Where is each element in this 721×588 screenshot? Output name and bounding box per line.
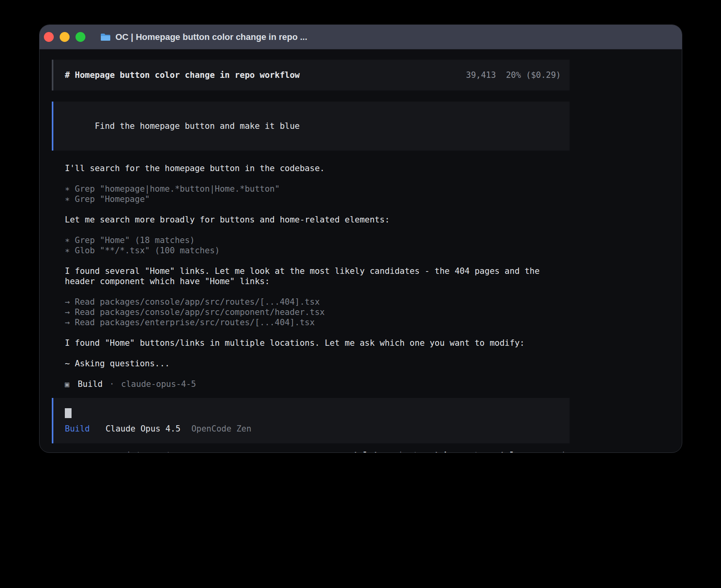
close-button[interactable] bbox=[44, 32, 54, 42]
variants-hint-label: variants bbox=[383, 450, 423, 453]
user-message: Find the homepage button and make it blu… bbox=[52, 102, 570, 151]
status-line: ~ Asking questions... bbox=[65, 358, 570, 369]
statusbar: ········ esc interrupt ctrl+t variants t… bbox=[52, 450, 570, 453]
assistant-text: I found "Home" buttons/links in multiple… bbox=[65, 338, 570, 348]
session-header: # Homepage button color change in repo w… bbox=[52, 60, 570, 90]
text-cursor bbox=[65, 408, 72, 418]
session-title: # Homepage button color change in repo w… bbox=[65, 70, 300, 80]
tool-call-grep: ∗ Grep "Home" (18 matches) bbox=[65, 235, 570, 245]
assistant-transcript: I'll search for the homepage button in t… bbox=[65, 163, 570, 389]
user-message-text: Find the homepage button and make it blu… bbox=[95, 121, 300, 131]
spinner-dots: ········ bbox=[59, 450, 91, 453]
agent-badge: ▣ Build · claude-opus-4-5 bbox=[65, 379, 570, 389]
model-provider-label: OpenCode Zen bbox=[191, 424, 251, 433]
hint-variants: ctrl+t variants bbox=[348, 450, 423, 453]
assistant-text: I found several "Home" links. Let me loo… bbox=[65, 266, 570, 286]
ctrl-t-key-hint: ctrl+t bbox=[348, 450, 378, 453]
assistant-text: Let me search more broadly for buttons a… bbox=[65, 215, 570, 225]
terminal-window: OC | Homepage button color change in rep… bbox=[39, 24, 682, 453]
tool-call-read: → Read packages/console/app/src/routes/[… bbox=[65, 297, 570, 307]
ctrl-p-key-hint: ctrl+p bbox=[495, 450, 525, 453]
agent-mode-label[interactable]: Build bbox=[65, 424, 90, 433]
titlebar[interactable]: OC | Homepage button color change in rep… bbox=[40, 25, 682, 49]
tool-call-grep: ∗ Grep "homepage|home.*button|Home.*butt… bbox=[65, 184, 570, 194]
folder-icon bbox=[100, 33, 111, 41]
assistant-text: I'll search for the homepage button in t… bbox=[65, 163, 570, 173]
tool-call-read: → Read packages/console/app/src/componen… bbox=[65, 307, 570, 317]
zoom-button[interactable] bbox=[75, 32, 85, 42]
esc-key-hint: esc bbox=[106, 450, 121, 453]
commands-hint-label: commands bbox=[530, 450, 570, 453]
agent-name: Build bbox=[77, 379, 102, 389]
agent-separator: · bbox=[109, 379, 115, 389]
window-title: OC | Homepage button color change in rep… bbox=[115, 32, 307, 42]
terminal-content: # Homepage button color change in repo w… bbox=[40, 49, 682, 453]
interrupt-hint-label: interrupt bbox=[126, 450, 171, 453]
prompt-input[interactable]: Build Claude Opus 4.5 OpenCode Zen bbox=[52, 398, 570, 443]
tool-call-read: → Read packages/enterprise/src/routes/[.… bbox=[65, 317, 570, 328]
hint-commands: ctrl+p commands bbox=[495, 450, 570, 453]
hint-agents: tab agents bbox=[434, 450, 484, 453]
agents-hint-label: agents bbox=[454, 450, 484, 453]
tab-key-hint: tab bbox=[434, 450, 449, 453]
minimize-button[interactable] bbox=[60, 32, 70, 42]
agent-square-icon: ▣ bbox=[65, 379, 69, 389]
tool-call-glob: ∗ Glob "**/*.tsx" (100 matches) bbox=[65, 245, 570, 256]
agent-model: claude-opus-4-5 bbox=[121, 379, 196, 389]
session-stats: 39,413 20% ($0.29) bbox=[466, 70, 561, 80]
tool-call-grep: ∗ Grep "Homepage" bbox=[65, 194, 570, 204]
model-name-label[interactable]: Claude Opus 4.5 bbox=[106, 424, 181, 433]
